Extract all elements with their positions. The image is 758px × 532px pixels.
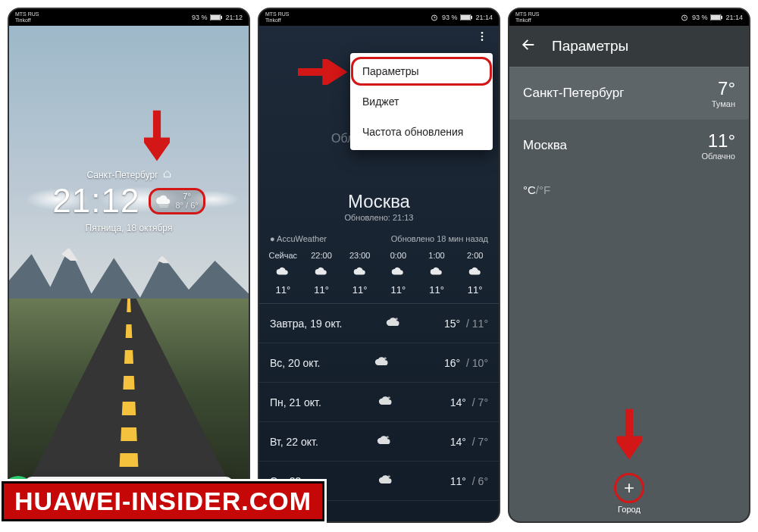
hourly-temp: 11° [456,284,494,296]
cloud-icon [340,260,379,284]
unit-toggle[interactable]: °C/°F [509,171,749,208]
hourly-time: 0:00 [379,251,418,260]
add-city-label: Город [618,505,641,514]
daily-lo: / 6° [469,475,488,487]
widget-temp: 7° [175,192,198,201]
unit-celsius: °C [523,183,536,196]
hourly-forecast[interactable]: Сейчас11°22:0011°23:0011°0:0011°1:0011°2… [259,248,499,304]
settings-title: Параметры [552,38,628,55]
daily-row[interactable]: Завтра, 19 окт.15° / 11° [259,304,499,343]
status-time: 21:12 [225,14,243,21]
hourly-time: 2:00 [456,251,494,260]
status-time: 21:14 [725,14,743,21]
lockscreen-wallpaper: Санкт-Петербург 21:12 7° 8° / 6° Пятн [9,26,249,521]
daily-row[interactable]: Пн, 21 окт.14° / 7° [259,383,499,422]
svg-rect-22 [721,16,722,19]
add-city-button[interactable]: Город [614,473,644,514]
city-row[interactable]: Санкт-Петербург7°Туман [509,67,749,119]
back-icon[interactable] [520,36,537,57]
carrier-label: MTS RUS [265,11,290,17]
svg-point-15 [384,357,387,359]
svg-point-16 [387,396,390,399]
svg-point-12 [481,36,484,38]
daily-hi: 11° [450,475,466,487]
city-temp: 7° [712,78,735,99]
svg-point-11 [481,32,484,34]
menu-label: Параметры [362,65,419,77]
svg-rect-3 [221,16,222,19]
menu-item-refresh[interactable]: Частота обновления [350,117,493,147]
unit-fahrenheit: °F [539,183,550,196]
hourly-temp: 11° [302,284,341,296]
provider-name: AccuWeather [277,234,327,243]
daily-lo: / 7° [469,436,488,448]
city-condition: Туман [712,99,735,108]
widget-weather-highlight[interactable]: 7° 8° / 6° [149,188,205,214]
menu-label: Частота обновления [362,126,463,138]
cloud-icon [155,192,172,211]
menu-item-widget[interactable]: Виджет [350,86,493,117]
daily-lo: / 11° [463,318,488,330]
cloud-icon [456,260,494,284]
battery-label: 93 % [692,14,708,21]
alarm-icon [430,13,439,22]
daily-row[interactable]: Вс, 20 окт.16° / 10° [259,343,499,383]
svg-point-14 [395,318,397,320]
annotation-arrow-icon [144,109,170,170]
battery-icon [210,14,222,21]
daily-label: Пн, 21 окт. [270,396,321,408]
svg-rect-9 [461,15,470,20]
city-name: Санкт-Петербург [523,86,624,101]
status-bar: MTS RUS Tinkoff 93 % 21:14 [259,9,499,26]
daily-temps: 16° / 10° [444,357,488,369]
status-time: 21:14 [475,14,493,21]
hourly-time: 1:00 [418,251,456,260]
daily-forecast[interactable]: Завтра, 19 окт.15° / 11°Вс, 20 окт.16° /… [259,304,499,501]
cloud-icon [302,260,341,284]
overflow-menu: Параметры Виджет Частота обновления [350,53,493,150]
svg-rect-21 [711,15,720,20]
battery-icon [710,14,722,21]
lockscreen-weather-widget[interactable]: Санкт-Петербург 21:12 7° 8° / 6° Пятн [9,170,249,233]
cloud-icon [374,354,390,371]
hourly-temp: 11° [340,284,379,296]
battery-label: 93 % [442,14,458,21]
menu-label: Виджет [362,95,399,108]
cloud-icon [264,260,302,284]
status-bar: MTS RUS Tinkoff 93 % 21:14 [509,9,749,26]
home-icon [163,170,171,180]
carrier-extra: Tinkoff [265,17,290,23]
widget-date: Пятница, 18 октября [9,223,249,233]
city-row[interactable]: Москва11°Облачно [509,119,749,171]
carrier-label: MTS RUS [15,11,39,17]
settings-screen: Параметры Санкт-Петербург7°ТуманМосква11… [509,26,749,521]
widget-city: Санкт-Петербург [86,170,158,180]
cloud-icon [379,260,418,284]
hourly-temp: 11° [418,284,456,296]
cloud-icon [378,472,393,490]
hourly-column: 2:0011° [456,251,494,296]
carrier-extra: Tinkoff [15,17,39,23]
kebab-menu-icon[interactable] [476,30,488,45]
hourly-time: Сейчас [264,251,302,260]
menu-item-parameters[interactable]: Параметры [350,56,493,86]
daily-label: Вс, 20 окт. [270,357,320,369]
daily-lo: / 7° [469,396,488,408]
phone-screen-1: MTS RUS Tinkoff 93 % 21:12 [8,8,250,523]
phone-screen-3: MTS RUS Tinkoff 93 % 21:14 Параметры Сан… [508,8,750,523]
daily-label: Вт, 22 окт. [270,436,318,448]
daily-row[interactable]: Вт, 22 окт.14° / 7° [259,422,499,462]
svg-rect-2 [211,15,220,20]
hourly-time: 23:00 [340,251,379,260]
annotation-arrow-icon [297,59,350,85]
daily-hi: 15° [444,318,460,330]
weather-updated: Обновлено: 21:13 [259,213,499,222]
daily-temps: 11° / 6° [450,475,488,487]
carrier-extra: Tinkoff [515,17,540,23]
hourly-column: 0:0011° [379,251,418,296]
daily-hi: 16° [444,357,460,369]
city-name: Москва [523,138,567,153]
weather-app: Облачно Параметры Виджет Частота обновле… [259,26,499,521]
daily-hi: 14° [450,436,466,448]
alarm-icon [680,13,689,22]
